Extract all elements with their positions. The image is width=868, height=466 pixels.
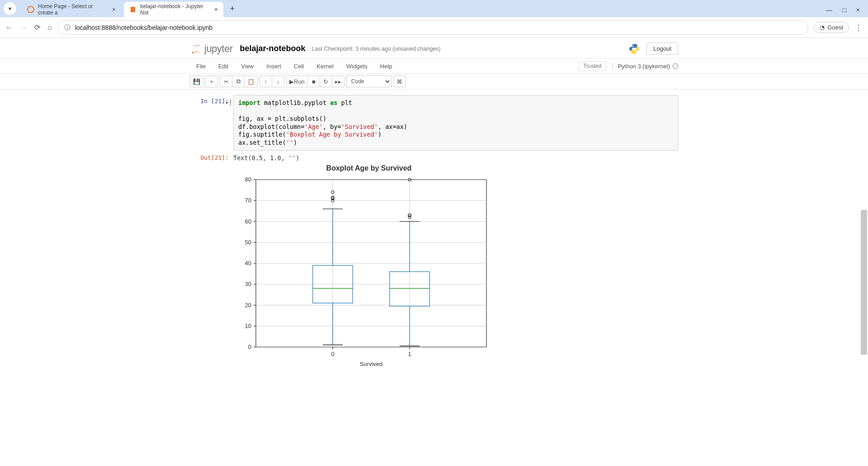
interrupt-button[interactable]: ■ <box>307 76 320 87</box>
close-icon[interactable]: × <box>214 6 218 13</box>
trusted-indicator[interactable]: Trusted <box>578 61 606 71</box>
kernel-status-icon <box>673 63 678 69</box>
forward-icon[interactable]: → <box>20 24 27 32</box>
minimize-icon[interactable]: — <box>826 6 832 14</box>
reload-icon[interactable]: ⟳ <box>34 23 40 32</box>
svg-text:80: 80 <box>245 176 251 183</box>
profile-button[interactable]: ◔ Guest <box>814 22 849 33</box>
command-palette-button[interactable]: ⌘ <box>393 76 406 87</box>
cell-type-select[interactable]: Code <box>346 76 392 87</box>
svg-text:0: 0 <box>248 343 251 350</box>
tab-search-button[interactable]: ▾ <box>4 2 16 15</box>
paste-button[interactable]: 📋 <box>244 76 258 87</box>
copy-button[interactable]: ⧉ <box>232 76 245 87</box>
svg-text:10: 10 <box>245 323 251 329</box>
svg-point-5 <box>632 45 633 46</box>
code-editor[interactable]: ▸|import matplotlib.pyplot as plt fig, a… <box>233 95 678 151</box>
move-down-button[interactable]: ↓ <box>272 76 284 87</box>
menu-kernel[interactable]: Kernel <box>310 60 340 72</box>
run-button[interactable]: ▶ Run <box>286 76 308 87</box>
menu-view[interactable]: View <box>235 60 260 72</box>
url-input[interactable]: ⓘ localhost:8888/notebooks/belajar-noteb… <box>57 20 809 35</box>
more-icon[interactable]: ⋮ <box>854 23 863 33</box>
restart-run-all-button[interactable]: ▸▸ <box>332 76 344 87</box>
svg-text:70: 70 <box>245 197 251 204</box>
back-icon[interactable]: ← <box>5 24 13 32</box>
notebook-header: jupyter belajar-notebook Last Checkpoint… <box>181 38 687 58</box>
svg-text:20: 20 <box>245 302 251 309</box>
logout-button[interactable]: Logout <box>646 43 678 55</box>
svg-rect-1 <box>131 7 135 12</box>
jupyter-logo[interactable]: jupyter <box>190 43 233 55</box>
svg-point-6 <box>636 52 637 52</box>
svg-point-2 <box>198 44 199 46</box>
page-content: jupyter belajar-notebook Last Checkpoint… <box>0 38 868 466</box>
chart-output: Boxplot Age by Survived 0102030405060708… <box>190 164 678 370</box>
svg-point-0 <box>28 6 34 13</box>
profile-label: Guest <box>827 24 843 31</box>
new-tab-button[interactable]: + <box>226 2 239 15</box>
kernel-indicator[interactable]: Python 3 (ipykernel) <box>613 63 678 70</box>
toolbar: 💾 + ✂ ⧉ 📋 ↑ ↓ ▶ Run ■ ↻ ▸▸ Code ⌘ <box>181 74 687 89</box>
svg-text:Survived: Survived <box>360 361 383 367</box>
output-cell: Out[21]: Text(0.5, 1.0, '') <box>190 152 678 162</box>
svg-point-4 <box>199 52 200 52</box>
svg-text:40: 40 <box>245 260 251 266</box>
menu-widgets[interactable]: Widgets <box>340 60 374 72</box>
site-info-icon[interactable]: ⓘ <box>64 24 71 32</box>
maximize-icon[interactable]: □ <box>842 6 846 14</box>
browser-tab-1[interactable]: Home Page - Select or create a × <box>22 2 121 17</box>
move-up-button[interactable]: ↑ <box>259 76 272 87</box>
svg-text:60: 60 <box>245 218 251 225</box>
python-logo-icon <box>628 43 640 55</box>
svg-point-3 <box>192 52 193 53</box>
boxplot-chart: 0102030405060708001Survived <box>233 175 505 370</box>
menu-file[interactable]: File <box>190 60 212 72</box>
browser-tab-2[interactable]: belajar-notebook - Jupyter Not × <box>124 2 223 17</box>
scrollbar-thumb[interactable] <box>861 210 867 355</box>
chart-title: Boxplot Age by Survived <box>242 164 495 172</box>
url-text: localhost:8888/notebooks/belajar-noteboo… <box>75 24 212 31</box>
address-bar: ← → ⟳ ⌂ ⓘ localhost:8888/notebooks/belaj… <box>0 17 868 38</box>
checkpoint-status: Last Checkpoint: 3 minutes ago (unsaved … <box>312 46 441 52</box>
close-icon[interactable]: × <box>112 6 116 13</box>
notebook-area: In [21]: ▸|import matplotlib.pyplot as p… <box>181 90 687 388</box>
code-cell[interactable]: In [21]: ▸|import matplotlib.pyplot as p… <box>190 95 678 151</box>
jupyter-logo-text: jupyter <box>204 43 233 55</box>
save-button[interactable]: 💾 <box>190 76 203 87</box>
tab-2-title: belajar-notebook - Jupyter Not <box>140 3 209 16</box>
output-prompt: Out[21]: <box>190 152 233 162</box>
person-icon: ◔ <box>820 24 825 31</box>
notebook-name[interactable]: belajar-notebook <box>240 44 306 53</box>
svg-text:0: 0 <box>331 351 334 357</box>
add-cell-button[interactable]: + <box>205 76 218 87</box>
tab-1-title: Home Page - Select or create a <box>38 3 107 16</box>
home-icon[interactable]: ⌂ <box>47 24 52 32</box>
svg-text:50: 50 <box>245 239 251 246</box>
browser-tab-strip: ▾ Home Page - Select or create a × belaj… <box>0 0 868 17</box>
close-window-icon[interactable]: × <box>856 6 860 14</box>
menu-cell[interactable]: Cell <box>288 60 310 72</box>
notebook-favicon-icon <box>129 6 137 13</box>
restart-button[interactable]: ↻ <box>320 76 332 87</box>
run-cell-icon[interactable]: ▸| <box>226 99 232 106</box>
output-text: Text(0.5, 1.0, '') <box>233 152 678 162</box>
jupyter-logo-icon <box>190 43 202 55</box>
menu-help[interactable]: Help <box>374 60 399 72</box>
svg-text:1: 1 <box>408 351 411 357</box>
svg-text:30: 30 <box>245 281 251 288</box>
menubar: File Edit View Insert Cell Kernel Widget… <box>181 59 687 73</box>
jupyter-favicon-icon <box>27 6 34 13</box>
menu-edit[interactable]: Edit <box>212 60 235 72</box>
kernel-name: Python 3 (ipykernel) <box>618 63 670 70</box>
cut-button[interactable]: ✂ <box>220 76 232 87</box>
menu-insert[interactable]: Insert <box>260 60 288 72</box>
